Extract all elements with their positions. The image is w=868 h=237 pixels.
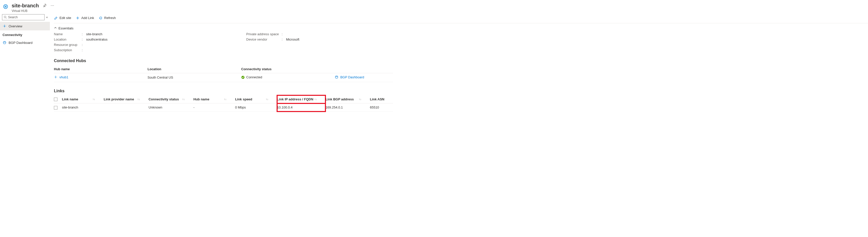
sidebar-item-label: BGP Dashboard	[9, 41, 32, 45]
sidebar-section-connectivity: Connectivity	[0, 30, 50, 38]
table-row[interactable]: vhub1 South Central US Connected	[54, 73, 393, 82]
svg-point-6	[4, 26, 5, 27]
sidebar-item-overview[interactable]: Overview	[0, 22, 50, 30]
essentials-left: Name: site-branch Location: southcentral…	[54, 32, 246, 52]
page-header: site-branch Virtual HUB ⋯	[0, 0, 868, 13]
check-circle-icon	[241, 76, 245, 79]
sidebar-item-bgp-dashboard[interactable]: BGP Dashboard	[0, 38, 50, 47]
col-empty	[335, 65, 393, 73]
essentials-right: Private address space: Device vendor: Mi…	[246, 32, 439, 52]
bgp-icon	[3, 41, 7, 45]
svg-point-11	[3, 41, 6, 44]
row-checkbox[interactable]	[54, 106, 57, 109]
svg-point-17	[54, 77, 55, 77]
cell-link-status: Unknown	[149, 103, 193, 112]
sort-icon[interactable]: ↑↓	[182, 98, 185, 101]
svg-line-5	[6, 18, 7, 19]
svg-point-7	[4, 25, 5, 25]
add-icon	[76, 16, 80, 20]
hub-location: South Central US	[148, 73, 241, 82]
page-subtitle: Virtual HUB	[12, 9, 39, 13]
table-row[interactable]: site-branch Unknown - 0 Mbps 10.100.0.4 …	[54, 103, 393, 112]
svg-point-16	[55, 78, 56, 79]
sort-icon[interactable]: ↑↓	[266, 98, 269, 101]
cell-link-speed: 0 Mbps	[235, 103, 277, 112]
cell-link-name: site-branch	[62, 103, 104, 112]
col-hub-name[interactable]: Hub name	[54, 65, 148, 73]
main-content: Edit site Add Link Refresh	[50, 13, 868, 237]
svg-point-10	[6, 26, 6, 26]
cell-link-ip: 10.100.0.4	[277, 103, 326, 112]
col-link-bgp-address[interactable]: Link BGP address↑↓	[326, 95, 370, 103]
hub-icon	[54, 76, 58, 80]
svg-point-4	[4, 16, 6, 18]
svg-point-15	[55, 76, 56, 76]
col-select-all[interactable]	[54, 95, 62, 103]
search-input[interactable]: Search	[2, 14, 44, 20]
collapse-sidebar-icon[interactable]: «	[46, 16, 48, 19]
sort-icon[interactable]: ↑↓	[314, 98, 317, 101]
edit-icon	[54, 16, 58, 20]
col-link-asn[interactable]: Link ASN	[370, 95, 393, 103]
col-link-hub-name[interactable]: Hub name↑↓	[193, 95, 235, 103]
cell-link-hub: -	[193, 103, 235, 112]
col-link-conn-status[interactable]: Connectivity status↑↓	[149, 95, 193, 103]
svg-point-20	[335, 76, 338, 79]
refresh-button[interactable]: Refresh	[99, 16, 116, 20]
connected-hubs-table: Hub name Location Connectivity status vh…	[54, 65, 393, 82]
col-link-speed[interactable]: Link speed↑↓	[235, 95, 277, 103]
links-table: Link name↑↓ Link provider name↑↓ Connect…	[54, 95, 393, 112]
resource-icon	[2, 3, 9, 10]
overview-icon	[3, 24, 7, 28]
sort-icon[interactable]: ↑↓	[93, 98, 95, 101]
sidebar-item-label: Overview	[9, 24, 22, 28]
svg-point-8	[4, 27, 5, 28]
col-conn-status[interactable]: Connectivity status	[241, 65, 335, 73]
essentials-section: Essentials Name: site-branch Location: s…	[54, 23, 868, 52]
pin-icon[interactable]	[43, 4, 46, 8]
col-location[interactable]: Location	[148, 65, 241, 73]
col-link-ip-fqdn[interactable]: Link IP address / FQDN↑↓	[277, 95, 326, 103]
cell-link-provider	[104, 103, 149, 112]
sort-icon[interactable]: ↑↓	[137, 98, 140, 101]
add-link-button[interactable]: Add Link	[76, 16, 94, 20]
cell-link-bgp: 169.254.0.1	[326, 103, 370, 112]
edit-site-button[interactable]: Edit site	[54, 16, 71, 20]
search-placeholder: Search	[8, 16, 18, 19]
more-icon[interactable]: ⋯	[51, 4, 54, 8]
svg-point-9	[3, 26, 4, 26]
svg-point-14	[55, 77, 56, 78]
sort-icon[interactable]: ↑↓	[224, 98, 226, 101]
chevron-up-icon	[54, 26, 57, 30]
bgp-dashboard-icon	[335, 76, 339, 80]
status-connected: Connected	[241, 75, 262, 79]
toolbar: Edit site Add Link Refresh	[54, 13, 868, 23]
svg-point-3	[5, 6, 6, 7]
page-title: site-branch	[12, 3, 39, 9]
cell-link-asn: 65510	[370, 103, 393, 112]
connected-hubs-title: Connected Hubs	[54, 58, 868, 63]
col-link-name[interactable]: Link name↑↓	[62, 95, 104, 103]
links-title: Links	[54, 89, 868, 93]
bgp-dashboard-link[interactable]: BGP Dashboard	[340, 75, 364, 79]
essentials-toggle[interactable]: Essentials	[54, 25, 868, 32]
sort-icon[interactable]: ↑↓	[359, 98, 361, 101]
refresh-icon	[99, 16, 103, 20]
svg-point-18	[57, 77, 57, 77]
checkbox-icon[interactable]	[54, 98, 57, 101]
sidebar: Search « Overview Connectivity BGP Dashb…	[0, 13, 50, 237]
hub-name-link[interactable]: vhub1	[59, 75, 68, 79]
col-link-provider[interactable]: Link provider name↑↓	[104, 95, 149, 103]
